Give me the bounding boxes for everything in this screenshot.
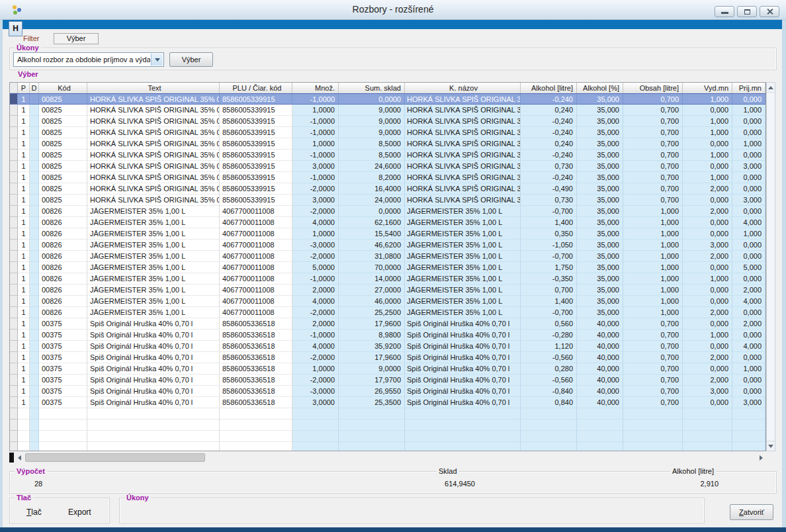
table-cell[interactable] xyxy=(521,408,577,420)
table-cell[interactable]: 1 xyxy=(18,206,30,217)
table-cell[interactable]: 0,000 xyxy=(683,262,732,273)
table-cell[interactable]: 00826 xyxy=(39,285,87,296)
table-cell[interactable] xyxy=(339,431,405,442)
table-cell[interactable]: Spiš Originál Hruška 40% 0,70 l xyxy=(405,397,521,408)
table-cell[interactable]: 40,000 xyxy=(577,352,623,363)
table-cell[interactable]: 1,000 xyxy=(623,273,683,285)
table-cell[interactable]: -1,0000 xyxy=(292,330,339,341)
row-selector[interactable] xyxy=(10,240,18,251)
table-cell[interactable] xyxy=(30,172,39,183)
table-cell[interactable]: 4067700011008 xyxy=(220,307,292,318)
table-cell[interactable]: 0,700 xyxy=(623,150,683,161)
table-cell[interactable] xyxy=(30,150,39,161)
row-selector[interactable] xyxy=(10,228,18,240)
table-row[interactable]: 100825HORKÁ SLIVKA SPIŠ ORIGINAL 35% 0,7… xyxy=(10,127,765,138)
table-row[interactable]: 100825HORKÁ SLIVKA SPIŠ ORIGINAL 35% 0,7… xyxy=(10,195,765,206)
table-cell[interactable]: 1,000 xyxy=(623,296,683,307)
row-selector[interactable] xyxy=(10,94,18,105)
table-row[interactable] xyxy=(10,442,765,451)
table-cell[interactable] xyxy=(339,442,405,451)
table-cell[interactable]: 1 xyxy=(18,296,30,307)
table-cell[interactable]: HORKÁ SLIVKA SPIŠ ORIGINAL 35% 0,70 xyxy=(87,116,220,127)
table-cell[interactable]: 00826 xyxy=(39,228,87,240)
table-cell[interactable]: HORKÁ SLIVKA SPIŠ ORIGINAL 35% xyxy=(405,138,521,150)
table-cell[interactable] xyxy=(87,420,220,431)
table-cell[interactable]: 1,0000 xyxy=(292,228,339,240)
table-cell[interactable]: 0,700 xyxy=(623,161,683,172)
table-row[interactable]: 100375Spiš Originál Hruška 40% 0,70 l858… xyxy=(10,318,765,330)
scroll-down-icon[interactable] xyxy=(767,441,775,451)
table-cell[interactable]: 35,000 xyxy=(577,161,623,172)
table-cell[interactable]: -2,0000 xyxy=(292,307,339,318)
table-cell[interactable]: 0,700 xyxy=(623,341,683,352)
table-cell[interactable]: 2,000 xyxy=(732,285,765,296)
table-cell[interactable]: JÄGERMEISTER 35% 1,00 L xyxy=(405,285,521,296)
table-cell[interactable] xyxy=(521,420,577,431)
table-cell[interactable]: 0,700 xyxy=(623,105,683,116)
table-cell[interactable]: 9,0000 xyxy=(339,127,405,138)
table-cell[interactable]: 1 xyxy=(18,397,30,408)
table-cell[interactable]: 0,000 xyxy=(732,386,765,397)
table-cell[interactable]: 8586005336518 xyxy=(220,386,292,397)
table-cell[interactable]: 8586005339915 xyxy=(220,105,292,116)
table-cell[interactable]: -1,0000 xyxy=(292,172,339,183)
table-row[interactable]: 100375Spiš Originál Hruška 40% 0,70 l858… xyxy=(10,330,765,341)
table-cell[interactable]: -0,490 xyxy=(521,183,577,195)
table-cell[interactable]: 4067700011008 xyxy=(220,206,292,217)
table-cell[interactable]: 00826 xyxy=(39,206,87,217)
table-cell[interactable] xyxy=(30,330,39,341)
table-cell[interactable]: 35,000 xyxy=(577,183,623,195)
table-cell[interactable]: 1 xyxy=(18,273,30,285)
table-cell[interactable] xyxy=(30,318,39,330)
table-cell[interactable]: 46,6200 xyxy=(339,240,405,251)
table-cell[interactable]: 2,000 xyxy=(683,206,732,217)
table-cell[interactable] xyxy=(623,442,683,451)
column-header[interactable]: Sum. sklad xyxy=(339,83,405,93)
table-cell[interactable]: 1,000 xyxy=(623,251,683,262)
table-cell[interactable]: 1 xyxy=(18,172,30,183)
table-cell[interactable]: 8,9800 xyxy=(339,330,405,341)
table-cell[interactable]: 1 xyxy=(18,330,30,341)
table-cell[interactable]: 35,000 xyxy=(577,127,623,138)
table-cell[interactable]: 0,000 xyxy=(732,127,765,138)
table-cell[interactable]: 0,000 xyxy=(732,116,765,127)
table-cell[interactable]: 8586005336518 xyxy=(220,397,292,408)
table-cell[interactable] xyxy=(577,442,623,451)
splitter-handle[interactable] xyxy=(9,453,14,463)
table-cell[interactable]: 1,400 xyxy=(521,296,577,307)
table-cell[interactable] xyxy=(30,408,39,420)
table-cell[interactable]: 1,000 xyxy=(683,127,732,138)
table-cell[interactable]: JÄGERMEISTER 35% 1,00 L xyxy=(87,273,220,285)
table-cell[interactable]: HORKÁ SLIVKA SPIŠ ORIGINAL 35% xyxy=(405,105,521,116)
table-cell[interactable]: 8586005339915 xyxy=(220,116,292,127)
table-cell[interactable]: 0,700 xyxy=(623,363,683,375)
table-cell[interactable] xyxy=(732,442,765,451)
table-cell[interactable]: 0,000 xyxy=(732,94,765,105)
table-cell[interactable]: 15,5400 xyxy=(339,228,405,240)
table-cell[interactable]: 00825 xyxy=(39,161,87,172)
row-selector[interactable] xyxy=(10,285,18,296)
table-cell[interactable]: -0,240 xyxy=(521,127,577,138)
table-cell[interactable]: 1,750 xyxy=(521,262,577,273)
table-cell[interactable]: Spiš Originál Hruška 40% 0,70 l xyxy=(405,352,521,363)
table-cell[interactable] xyxy=(30,195,39,206)
table-cell[interactable]: Spiš Originál Hruška 40% 0,70 l xyxy=(405,363,521,375)
table-cell[interactable] xyxy=(405,420,521,431)
table-cell[interactable]: 1 xyxy=(18,240,30,251)
table-cell[interactable]: 1,000 xyxy=(623,206,683,217)
table-cell[interactable]: -1,0000 xyxy=(292,116,339,127)
table-cell[interactable]: 1,000 xyxy=(732,105,765,116)
table-row[interactable]: 100825HORKÁ SLIVKA SPIŠ ORIGINAL 35% 0,7… xyxy=(10,172,765,183)
table-row[interactable]: 100826JÄGERMEISTER 35% 1,00 L40677000110… xyxy=(10,217,765,228)
table-cell[interactable] xyxy=(30,116,39,127)
table-cell[interactable] xyxy=(30,183,39,195)
table-cell[interactable]: 9,0000 xyxy=(339,116,405,127)
table-cell[interactable] xyxy=(18,408,30,420)
column-header[interactable]: Text xyxy=(87,83,220,93)
row-selector[interactable] xyxy=(10,442,18,451)
table-cell[interactable] xyxy=(30,431,39,442)
table-cell[interactable]: 1 xyxy=(18,195,30,206)
table-cell[interactable]: 8586005339915 xyxy=(220,150,292,161)
row-selector[interactable] xyxy=(10,183,18,195)
table-cell[interactable]: 0,0000 xyxy=(339,94,405,105)
